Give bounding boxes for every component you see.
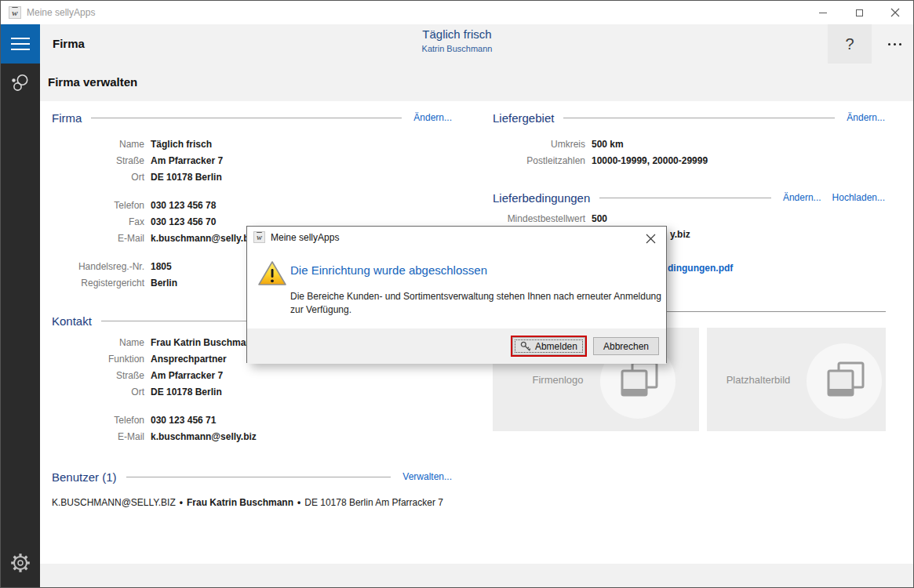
app-logo-icon: w	[253, 231, 265, 243]
field-label: E-Mail	[52, 233, 144, 244]
field-row: Telefon030 123 456 71	[52, 412, 452, 428]
more-options-button[interactable]	[874, 24, 914, 64]
lieferbedingungen-upload-link[interactable]: Hochladen...	[832, 192, 885, 203]
liefergebiet-change-link[interactable]: Ändern...	[847, 112, 885, 123]
field-label: Funktion	[52, 354, 144, 365]
field-label: E-Mail	[52, 431, 144, 442]
placeholder-image-card[interactable]: Platzhalterbild	[707, 328, 886, 431]
liefergebiet-rows: Umkreis500 km Postleitzahlen10000-19999,…	[493, 136, 885, 169]
field-label: Straße	[52, 370, 144, 381]
warning-icon	[257, 260, 288, 290]
subheader: Firma verwalten	[40, 64, 914, 101]
sidebar	[1, 24, 40, 588]
field-label: Telefon	[52, 200, 144, 211]
user-list-item: K.BUSCHMANN@SELLY.BIZ • Frau Katrin Busc…	[52, 494, 452, 510]
field-row: NameTäglich frisch	[52, 136, 452, 152]
abmelden-button[interactable]: Abmelden	[512, 337, 585, 355]
field-value: Täglich frisch	[151, 139, 212, 150]
section-title: Benutzer (1)	[52, 470, 117, 484]
maximize-button[interactable]	[841, 1, 877, 24]
field-value: 030 123 456 71	[151, 415, 216, 426]
field-value: DE 10178 Berlin	[151, 172, 222, 183]
section-firma-header: Firma Ändern...	[52, 108, 452, 127]
header: Firma ?	[40, 24, 914, 64]
dialog-title: Meine sellyApps	[271, 227, 339, 249]
close-icon	[890, 8, 900, 17]
divider	[563, 118, 835, 118]
section-title: Liefergebiet	[493, 111, 554, 125]
section-liefergebiet-header: Liefergebiet Ändern...	[493, 108, 885, 127]
field-label: Name	[52, 337, 144, 348]
section-benutzer-header: Benutzer (1) Verwalten...	[52, 467, 452, 486]
field-value: 1805	[151, 261, 172, 272]
user-name: Frau Katrin Buschmann	[187, 497, 293, 508]
field-label: Name	[52, 139, 144, 150]
field-value: k.buschmann@selly.biz	[151, 233, 257, 244]
field-value: Am Pfarracker 7	[151, 370, 223, 381]
sidebar-item-network[interactable]	[1, 64, 40, 101]
benutzer-manage-link[interactable]: Verwalten...	[402, 471, 452, 482]
page-title: Firma	[53, 24, 85, 64]
window-title: Meine sellyApps	[27, 1, 95, 24]
field-value: 500	[592, 213, 607, 224]
field-label: Telefon	[52, 415, 144, 426]
hamburger-menu-button[interactable]	[1, 24, 40, 64]
field-label: Umkreis	[493, 139, 585, 150]
email-value-fragment: y.biz	[670, 229, 690, 240]
field-label: Fax	[52, 216, 144, 227]
field-label: Straße	[52, 155, 144, 166]
app-logo-icon: w	[9, 6, 21, 19]
field-row: E-Mailk.buschmann@selly.biz	[52, 428, 452, 445]
field-row: Mindestbestellwert500	[493, 210, 885, 227]
firma-change-link[interactable]: Ändern...	[413, 112, 452, 123]
subheader-title: Firma verwalten	[48, 64, 137, 101]
gear-icon	[10, 553, 31, 573]
field-value: 030 123 456 70	[151, 216, 216, 227]
dialog-close-button[interactable]	[641, 230, 660, 247]
dialog-footer: Abmelden Abbrechen	[247, 328, 666, 364]
field-value: 500 km	[592, 139, 624, 150]
field-label: Ort	[52, 172, 144, 183]
close-icon	[646, 234, 656, 244]
field-label: Handelsreg.-Nr.	[52, 261, 144, 272]
bottom-bar	[40, 564, 914, 588]
field-row: StraßeAm Pfarracker 7	[52, 152, 452, 169]
field-value: Am Pfarracker 7	[151, 155, 223, 166]
dialog-titlebar: w Meine sellyApps	[247, 227, 666, 249]
minimize-button[interactable]	[805, 1, 841, 24]
titlebar: w Meine sellyApps	[1, 1, 913, 24]
divider	[599, 198, 771, 198]
lieferbedingungen-change-link[interactable]: Ändern...	[783, 192, 821, 203]
field-value: Frau Katrin Buschmann	[151, 337, 257, 348]
dialog-message: Die Bereiche Kunden- und Sortimentsverwa…	[290, 290, 665, 317]
section-lieferbedingungen: Lieferbedingungen Ändern... Hochladen...…	[493, 188, 885, 227]
section-benutzer: Benutzer (1) Verwalten... K.BUSCHMANN@SE…	[52, 467, 452, 510]
ellipsis-icon	[888, 43, 890, 45]
abbrechen-button[interactable]: Abbrechen	[593, 337, 659, 355]
field-row: StraßeAm Pfarracker 7	[52, 367, 452, 383]
divider	[91, 118, 402, 118]
field-label: Ort	[52, 387, 144, 397]
lieferbedingungen-rows: Mindestbestellwert500	[493, 210, 885, 227]
help-button[interactable]: ?	[828, 24, 872, 64]
share-icon	[9, 71, 31, 93]
field-label: Mindestbestellwert	[493, 213, 585, 224]
section-title: Kontakt	[52, 314, 92, 328]
pdf-link-fragment[interactable]: dingungen.pdf	[668, 263, 733, 274]
field-value: k.buschmann@selly.biz	[151, 431, 257, 442]
dialog-heading: Die Einrichtung wurde abgeschlossen	[290, 263, 487, 277]
field-value: Ansprechpartner	[151, 354, 227, 365]
field-label: Registergericht	[52, 278, 144, 289]
settings-button[interactable]	[1, 547, 40, 579]
close-button[interactable]	[877, 1, 913, 24]
section-liefergebiet: Liefergebiet Ändern... Umkreis500 km Pos…	[493, 108, 885, 169]
field-row: Postleitzahlen10000-19999, 20000-29999	[493, 152, 885, 169]
field-row: Telefon030 123 456 78	[52, 197, 452, 213]
field-value: 030 123 456 78	[151, 200, 216, 211]
field-row: OrtDE 10178 Berlin	[52, 169, 452, 185]
field-row: OrtDE 10178 Berlin	[52, 383, 452, 400]
user-email: K.BUSCHMANN@SELLY.BIZ	[52, 497, 176, 508]
hamburger-icon	[11, 38, 30, 39]
app-window: w Meine sellyApps	[0, 0, 914, 588]
section-title: Firma	[52, 111, 82, 125]
